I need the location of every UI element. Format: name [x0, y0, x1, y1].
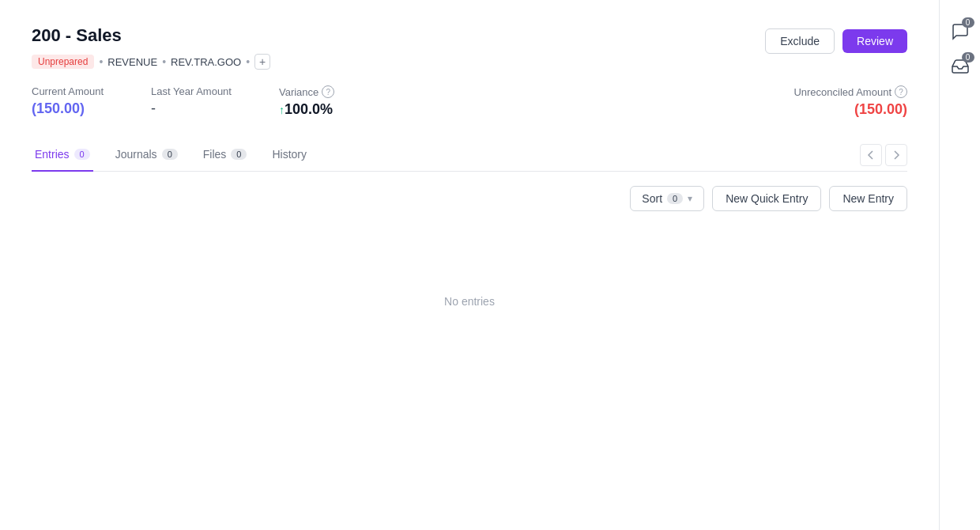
new-quick-entry-button[interactable]: New Quick Entry — [712, 186, 821, 211]
inbox-icon-button[interactable]: 0 — [951, 57, 970, 76]
tag-separator-3: • — [246, 55, 250, 68]
variance-label: Variance ? — [279, 85, 334, 98]
variance-value: ↑100.0% — [279, 101, 334, 118]
last-year-label: Last Year Amount — [151, 85, 232, 97]
tags-row: Unprepared • REVENUE • REV.TRA.GOO • + — [32, 54, 270, 70]
tab-history[interactable]: History — [269, 140, 310, 172]
sort-badge: 0 — [667, 193, 683, 204]
new-entry-button[interactable]: New Entry — [829, 186, 907, 211]
tag-rev-tra-goo: REV.TRA.GOO — [171, 56, 241, 68]
exclude-button[interactable]: Exclude — [765, 28, 835, 54]
unreconciled-value: (150.00) — [854, 101, 907, 118]
tag-revenue: REVENUE — [107, 56, 157, 68]
tab-next-button[interactable] — [885, 144, 907, 166]
metrics-row: Current Amount (150.00) Last Year Amount… — [32, 85, 907, 118]
sort-button[interactable]: Sort 0 ▾ — [630, 186, 704, 211]
tab-entries[interactable]: Entries 0 — [32, 140, 93, 172]
metric-unreconciled: Unreconciled Amount ? (150.00) — [793, 85, 907, 118]
metric-last-year: Last Year Amount - — [151, 85, 232, 117]
tab-journals-badge: 0 — [162, 149, 178, 160]
page-header: 200 - Sales Unprepared • REVENUE • REV.T… — [32, 25, 907, 70]
tab-nav-arrows — [860, 144, 907, 166]
chat-badge: 0 — [962, 17, 974, 28]
chevron-left-icon — [865, 150, 876, 161]
review-button[interactable]: Review — [842, 29, 907, 53]
tab-entries-label: Entries — [35, 148, 70, 161]
current-amount-value: (150.00) — [32, 100, 104, 117]
variance-up-icon: ↑ — [279, 104, 285, 116]
variance-help-icon[interactable]: ? — [322, 85, 334, 98]
tab-files-label: Files — [203, 148, 227, 161]
unreconciled-help-icon[interactable]: ? — [895, 85, 907, 98]
empty-state: No entries — [32, 222, 907, 380]
current-amount-label: Current Amount — [32, 85, 104, 97]
tag-separator-2: • — [162, 55, 166, 68]
tab-files-badge: 0 — [231, 149, 247, 160]
table-toolbar: Sort 0 ▾ New Quick Entry New Entry — [32, 172, 907, 222]
tab-history-label: History — [272, 148, 307, 161]
add-tag-button[interactable]: + — [254, 54, 270, 70]
unreconciled-label: Unreconciled Amount ? — [793, 85, 907, 98]
tag-separator-1: • — [99, 55, 103, 68]
empty-state-text: No entries — [444, 295, 495, 308]
chat-icon-button[interactable]: 0 — [951, 22, 970, 41]
chevron-right-icon — [891, 150, 902, 161]
header-actions: Exclude Review — [765, 28, 907, 54]
tab-prev-button[interactable] — [860, 144, 882, 166]
tab-journals[interactable]: Journals 0 — [112, 140, 181, 172]
sort-label: Sort — [642, 192, 662, 205]
metric-variance: Variance ? ↑100.0% — [279, 85, 334, 118]
right-sidebar: 0 0 — [939, 0, 980, 530]
page-title: 200 - Sales — [32, 25, 270, 46]
last-year-value: - — [151, 100, 232, 117]
metric-current-amount: Current Amount (150.00) — [32, 85, 104, 117]
tabs-row: Entries 0 Journals 0 Files 0 History — [32, 140, 907, 172]
tab-entries-badge: 0 — [74, 149, 90, 160]
status-badge: Unprepared — [32, 55, 94, 69]
content-area: 200 - Sales Unprepared • REVENUE • REV.T… — [0, 0, 939, 530]
header-left: 200 - Sales Unprepared • REVENUE • REV.T… — [32, 25, 270, 70]
inbox-badge: 0 — [962, 52, 974, 62]
main-layout: 200 - Sales Unprepared • REVENUE • REV.T… — [0, 0, 980, 530]
sort-chevron-icon: ▾ — [688, 193, 692, 204]
tab-files[interactable]: Files 0 — [200, 140, 251, 172]
tab-journals-label: Journals — [115, 148, 157, 161]
